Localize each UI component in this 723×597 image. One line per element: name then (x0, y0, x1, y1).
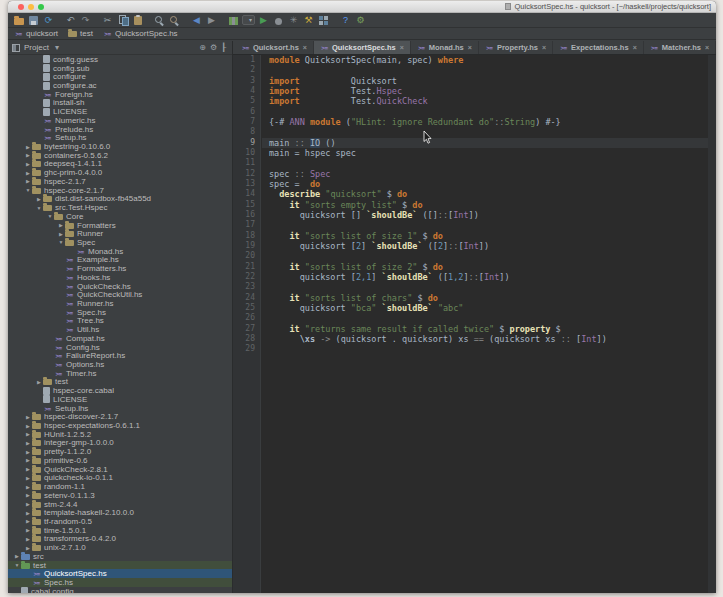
tree-item-dist.dist-sandbox-fb45a55d[interactable]: ▶dist.dist-sandbox-fb45a55d (8, 195, 232, 204)
expanded-arrow-icon[interactable]: ▼ (13, 562, 21, 568)
tree-item-Formatters[interactable]: ▶Formatters (8, 221, 232, 230)
tree-item-Options.hs[interactable]: >=Options.hs (8, 360, 232, 369)
tree-item-LICENSE[interactable]: LICENSE (8, 395, 232, 404)
collapsed-arrow-icon[interactable]: ▶ (35, 196, 43, 202)
tree-item-Numeric.hs[interactable]: >=Numeric.hs (8, 116, 232, 125)
tree-item-install-sh[interactable]: install-sh (8, 99, 232, 108)
tree-item-hspec-core.cabal[interactable]: hspec-core.cabal (8, 386, 232, 395)
tree-item-config.guess[interactable]: config.guess (8, 55, 232, 64)
settings-icon[interactable]: ⚒ (302, 14, 315, 27)
tree-item-Compat.hs[interactable]: >=Compat.hs (8, 334, 232, 343)
copy-icon[interactable] (116, 14, 129, 27)
tab-QuicksortSpec.hs[interactable]: >=QuicksortSpec.hs× (314, 41, 411, 54)
tab-Expectations.hs[interactable]: >=Expectations.hs× (553, 41, 644, 54)
plugins-icon[interactable]: ⚙ (354, 14, 367, 27)
collapsed-arrow-icon[interactable]: ▶ (24, 161, 32, 167)
save-icon[interactable] (27, 14, 40, 27)
tree-item-QuicksortSpec.hs[interactable]: >=QuicksortSpec.hs (8, 569, 232, 578)
title-bar[interactable]: QuicksortSpec.hs - quicksort - [~/haskel… (8, 1, 716, 13)
close-window-button[interactable] (18, 4, 24, 10)
tree-item-containers-0.5.6.2[interactable]: ▶containers-0.5.6.2 (8, 151, 232, 160)
tree-item-src[interactable]: ▶src (8, 552, 232, 561)
tab-Quicksort.hs[interactable]: >=Quicksort.hs× (235, 41, 314, 54)
tree-item-FailureReport.hs[interactable]: >=FailureReport.hs (8, 351, 232, 360)
tree-item-tf-random-0.5[interactable]: ▶tf-random-0.5 (8, 517, 232, 526)
synchronize-icon[interactable]: ⟳ (42, 14, 55, 27)
tab-Monad.hs[interactable]: >=Monad.hs× (411, 41, 479, 54)
panel-settings-icon[interactable]: ⚙ (208, 43, 219, 52)
tree-item-bytestring-0.10.6.0[interactable]: ▶bytestring-0.10.6.0 (8, 142, 232, 151)
find-icon[interactable] (153, 14, 166, 27)
tree-item-template-haskell-2.10.0.0[interactable]: ▶template-haskell-2.10.0.0 (8, 508, 232, 517)
collapsed-arrow-icon[interactable]: ▶ (24, 545, 32, 551)
tree-item-Util.hs[interactable]: >=Util.hs (8, 325, 232, 334)
tree-item-Setup.hs[interactable]: >=Setup.hs (8, 133, 232, 142)
tab-Matcher.hs[interactable]: >=Matcher.hs× (644, 41, 716, 54)
collapsed-arrow-icon[interactable]: ▶ (24, 536, 32, 542)
editor-scrollbar[interactable] (708, 55, 716, 593)
zoom-window-button[interactable] (38, 4, 44, 10)
tree-item-Timer.hs[interactable]: >=Timer.hs (8, 369, 232, 378)
tree-item-setenv-0.1.1.3[interactable]: ▶setenv-0.1.1.3 (8, 491, 232, 500)
tree-item-hspec-core-2.1.7[interactable]: ▼hspec-core-2.1.7 (8, 186, 232, 195)
tree-item-Runner.hs[interactable]: >=Runner.hs (8, 299, 232, 308)
tree-item-time-1.5.0.1[interactable]: ▶time-1.5.0.1 (8, 526, 232, 535)
collapsed-arrow-icon[interactable]: ▶ (24, 144, 32, 150)
collapsed-arrow-icon[interactable]: ▶ (24, 492, 32, 498)
collapsed-arrow-icon[interactable]: ▶ (24, 475, 32, 481)
tree-item-hspec-expectations-0.6.1.1[interactable]: ▶hspec-expectations-0.6.1.1 (8, 421, 232, 430)
make-project-icon[interactable] (227, 14, 240, 27)
breadcrumb-item-QuicksortSpec.hs[interactable]: >=QuicksortSpec.hs (103, 29, 178, 38)
collapsed-arrow-icon[interactable]: ▶ (13, 553, 21, 559)
tree-item-Formatters.hs[interactable]: >=Formatters.hs (8, 264, 232, 273)
tree-item-deepseq-1.4.1.1[interactable]: ▶deepseq-1.4.1.1 (8, 160, 232, 169)
tree-item-QuickCheckUtil.hs[interactable]: >=QuickCheckUtil.hs (8, 290, 232, 299)
collapsed-arrow-icon[interactable]: ▶ (24, 510, 32, 516)
tree-item-test[interactable]: ▶test (8, 378, 232, 387)
chevron-down-icon[interactable]: ▾ (53, 43, 61, 52)
project-structure-icon[interactable] (317, 14, 330, 27)
expanded-arrow-icon[interactable]: ▼ (57, 239, 65, 245)
tree-item-src.Test.Hspec[interactable]: ▼src.Test.Hspec (8, 203, 232, 212)
collapsed-arrow-icon[interactable]: ▶ (24, 449, 32, 455)
tree-item-random-1.1[interactable]: ▶random-1.1 (8, 482, 232, 491)
run-configurations-icon[interactable] (242, 14, 255, 27)
locate-icon[interactable]: ⊕ (197, 43, 208, 52)
collapsed-arrow-icon[interactable]: ▶ (24, 414, 32, 420)
redo-icon[interactable]: ↷ (79, 14, 92, 27)
coverage-icon[interactable]: ✳ (287, 14, 300, 27)
tree-item-transformers-0.4.2.0[interactable]: ▶transformers-0.4.2.0 (8, 535, 232, 544)
expanded-arrow-icon[interactable]: ▼ (35, 205, 43, 211)
replace-icon[interactable] (168, 14, 181, 27)
tree-item-primitive-0.6[interactable]: ▶primitive-0.6 (8, 456, 232, 465)
tree-item-hspec-2.1.7[interactable]: ▶hspec-2.1.7 (8, 177, 232, 186)
collapsed-arrow-icon[interactable]: ▶ (35, 379, 43, 385)
paste-icon[interactable] (131, 14, 144, 27)
collapsed-arrow-icon[interactable]: ▶ (57, 222, 65, 228)
expanded-arrow-icon[interactable]: ▼ (46, 213, 54, 219)
tree-item-Config.hs[interactable]: >=Config.hs (8, 343, 232, 352)
breadcrumb-item-test[interactable]: test (68, 29, 93, 38)
close-tab-icon[interactable]: × (468, 44, 472, 51)
collapsed-arrow-icon[interactable]: ▶ (24, 466, 32, 472)
tree-item-configure[interactable]: configure (8, 72, 232, 81)
collapsed-arrow-icon[interactable]: ▶ (57, 231, 65, 237)
tree-item-Spec.hs[interactable]: >=Spec.hs (8, 308, 232, 317)
expanded-arrow-icon[interactable]: ▼ (24, 187, 32, 193)
tree-item-Spec[interactable]: ▼Spec (8, 238, 232, 247)
collapsed-arrow-icon[interactable]: ▶ (24, 527, 32, 533)
tree-item-config.sub[interactable]: config.sub (8, 64, 232, 73)
tree-item-QuickCheck-2.8.1[interactable]: ▶QuickCheck-2.8.1 (8, 465, 232, 474)
collapsed-arrow-icon[interactable]: ▶ (24, 501, 32, 507)
tab-Property.hs[interactable]: >=Property.hs× (479, 41, 553, 54)
tree-item-Hooks.hs[interactable]: >=Hooks.hs (8, 273, 232, 282)
tree-item-Tree.hs[interactable]: >=Tree.hs (8, 317, 232, 326)
tree-item-Example.hs[interactable]: >=Example.hs (8, 256, 232, 265)
collapsed-arrow-icon[interactable]: ▶ (24, 170, 32, 176)
collapsed-arrow-icon[interactable]: ▶ (24, 457, 32, 463)
tree-item-quickcheck-io-0.1.1[interactable]: ▶quickcheck-io-0.1.1 (8, 474, 232, 483)
editor[interactable]: 1234567891011121314151617181920212223242… (233, 55, 716, 593)
tree-item-Monad.hs[interactable]: >=Monad.hs (8, 247, 232, 256)
tree-item-configure.ac[interactable]: configure.ac (8, 81, 232, 90)
forward-icon[interactable]: ▶ (205, 14, 218, 27)
